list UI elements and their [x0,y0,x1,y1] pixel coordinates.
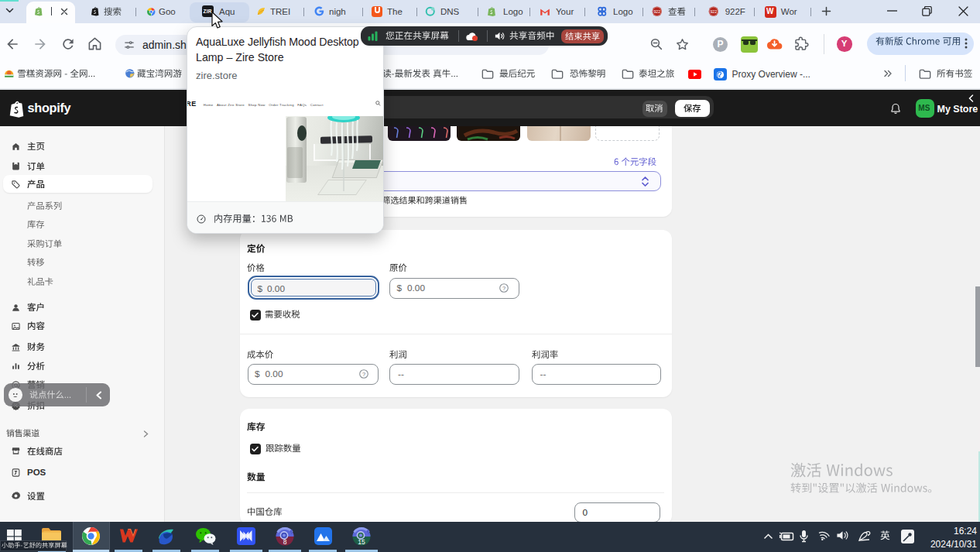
svg-text:922: 922 [711,9,718,14]
svg-text:8: 8 [283,537,287,545]
svg-text:?: ? [362,371,365,378]
svg-text:922: 922 [654,9,661,14]
svg-text:15: 15 [358,537,365,545]
svg-text:?: ? [502,285,505,292]
